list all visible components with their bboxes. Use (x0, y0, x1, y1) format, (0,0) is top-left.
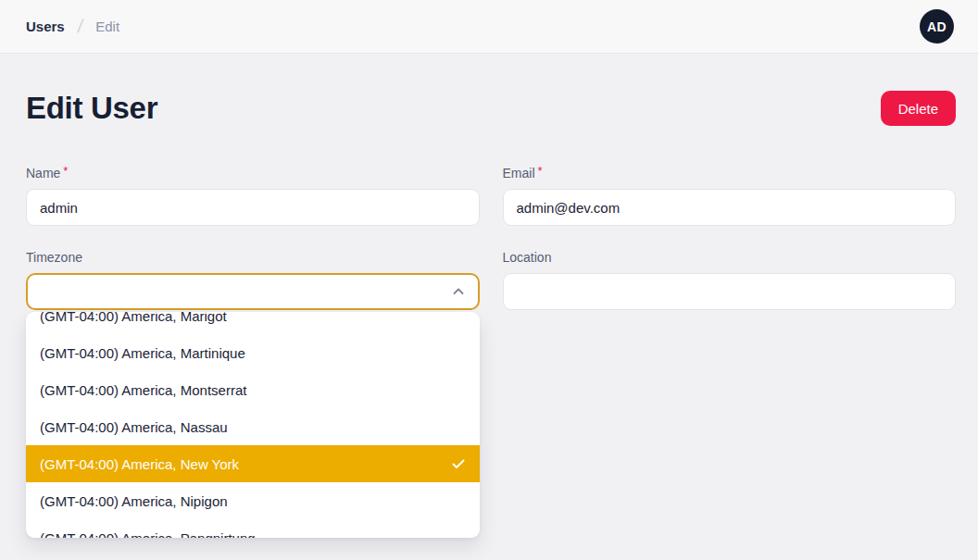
timezone-option-label: (GMT-04:00) America, Nipigon (40, 493, 228, 509)
email-input[interactable] (503, 189, 957, 226)
timezone-label: Timezone (26, 250, 480, 265)
timezone-option-label: (GMT-04:00) America, Nassau (40, 419, 228, 435)
timezone-input[interactable] (26, 273, 480, 310)
timezone-option-list: (GMT-04:00) America, Marigot(GMT-04:00) … (26, 312, 480, 538)
title-row: Edit User Delete (26, 91, 956, 126)
timezone-option[interactable]: (GMT-04:00) America, Marigot (26, 312, 480, 334)
page-title: Edit User (26, 91, 157, 126)
timezone-option-label: (GMT-04:00) America, Martinique (40, 345, 245, 361)
location-label: Location (503, 250, 957, 265)
avatar[interactable]: AD (920, 9, 954, 44)
timezone-option-label: (GMT-04:00) America, Pangnirtung (40, 530, 256, 539)
timezone-dropdown: (GMT-04:00) America, Marigot(GMT-04:00) … (26, 312, 480, 538)
timezone-option-label: (GMT-04:00) America, Marigot (40, 312, 227, 324)
timezone-field-group: Timezone (GMT-04:00) America, Marigot(GM… (26, 250, 480, 310)
location-field-group: Location (503, 250, 957, 310)
breadcrumb-separator: / (76, 16, 84, 37)
timezone-option[interactable]: (GMT-04:00) America, Martinique (26, 334, 480, 371)
timezone-option[interactable]: (GMT-04:00) America, Montserrat (26, 371, 480, 408)
main-content: Edit User Delete Name* Email* Timezone (… (0, 54, 978, 310)
breadcrumb: Users / Edit (26, 16, 119, 37)
timezone-select: (GMT-04:00) America, Marigot(GMT-04:00) … (26, 273, 480, 310)
name-label: Name* (26, 164, 480, 180)
check-icon (451, 456, 466, 471)
name-field-group: Name* (26, 164, 480, 226)
delete-button[interactable]: Delete (881, 91, 956, 126)
timezone-option[interactable]: (GMT-04:00) America, New York (26, 445, 480, 482)
topbar: Users / Edit AD (0, 0, 978, 54)
breadcrumb-users[interactable]: Users (26, 19, 65, 34)
timezone-option-label: (GMT-04:00) America, Montserrat (40, 382, 246, 398)
required-asterisk: * (63, 164, 68, 178)
edit-user-form: Name* Email* Timezone (GMT-04:00) Americ… (26, 164, 956, 310)
timezone-option[interactable]: (GMT-04:00) America, Nipigon (26, 482, 480, 519)
location-input[interactable] (503, 273, 957, 310)
breadcrumb-edit[interactable]: Edit (95, 19, 119, 34)
email-label: Email* (503, 164, 957, 180)
email-field-group: Email* (503, 164, 957, 226)
timezone-option-label: (GMT-04:00) America, New York (40, 456, 239, 472)
timezone-option[interactable]: (GMT-04:00) America, Pangnirtung (26, 519, 480, 538)
required-asterisk: * (538, 164, 543, 178)
name-input[interactable] (26, 189, 480, 226)
timezone-option[interactable]: (GMT-04:00) America, Nassau (26, 408, 480, 445)
